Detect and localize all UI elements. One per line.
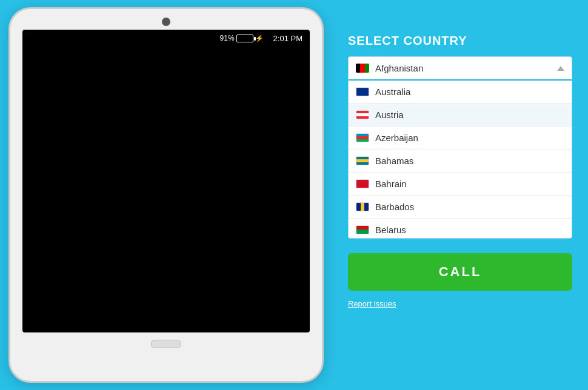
country-item-bahamas[interactable]: Bahamas	[349, 150, 572, 173]
flag-icon-selected	[356, 64, 369, 73]
flag-icon-at	[356, 110, 369, 119]
country-select-box[interactable]: Afghanistan Australia Austria Azerbaijan…	[348, 56, 572, 239]
country-name-bahrain: Bahrain	[375, 179, 407, 189]
battery-level: 91% ⚡	[220, 34, 264, 42]
country-item-azerbaijan[interactable]: Azerbaijan	[349, 127, 572, 150]
country-item-barbados[interactable]: Barbados	[349, 196, 572, 219]
panel-title: SELECT COUNTRY	[348, 34, 572, 48]
status-bar: 91% ⚡ 2:01 PM	[22, 30, 310, 47]
flag-icon-au	[356, 87, 369, 96]
country-dropdown-list[interactable]: Australia Austria Azerbaijan Bahamas Bah…	[349, 81, 572, 238]
tablet-device: 91% ⚡ 2:01 PM	[8, 7, 324, 383]
country-name-belarus: Belarus	[375, 225, 406, 235]
country-item-belarus[interactable]: Belarus	[349, 219, 572, 238]
battery-bar	[236, 35, 253, 42]
charging-icon: ⚡	[255, 35, 264, 42]
country-name-austria: Austria	[375, 110, 404, 120]
country-item-bahrain[interactable]: Bahrain	[349, 173, 572, 196]
country-name-barbados: Barbados	[375, 202, 414, 212]
country-item-australia[interactable]: Australia	[349, 81, 572, 104]
clock: 2:01 PM	[273, 34, 302, 43]
flag-icon-bh	[356, 179, 369, 188]
call-button[interactable]: CALL	[348, 253, 572, 291]
country-name-bahamas: Bahamas	[375, 156, 413, 166]
chevron-up-icon	[557, 66, 564, 71]
tablet-screen: 91% ⚡ 2:01 PM	[22, 30, 310, 332]
report-issues-link[interactable]: Report issues	[348, 299, 572, 308]
flag-icon-bs	[356, 156, 369, 165]
flag-icon-bb	[356, 202, 369, 211]
country-item-austria[interactable]: Austria	[349, 104, 572, 127]
country-name-azerbaijan: Azerbaijan	[375, 133, 418, 143]
flag-icon-by	[356, 225, 369, 234]
home-button[interactable]	[151, 340, 181, 348]
country-name-australia: Australia	[375, 87, 410, 97]
tablet-camera	[162, 18, 170, 26]
flag-icon-az	[356, 133, 369, 142]
country-selection-panel: SELECT COUNTRY Afghanistan Australia Aus…	[336, 19, 584, 371]
select-current[interactable]: Afghanistan	[349, 57, 572, 81]
selected-country-name: Afghanistan	[375, 63, 557, 73]
